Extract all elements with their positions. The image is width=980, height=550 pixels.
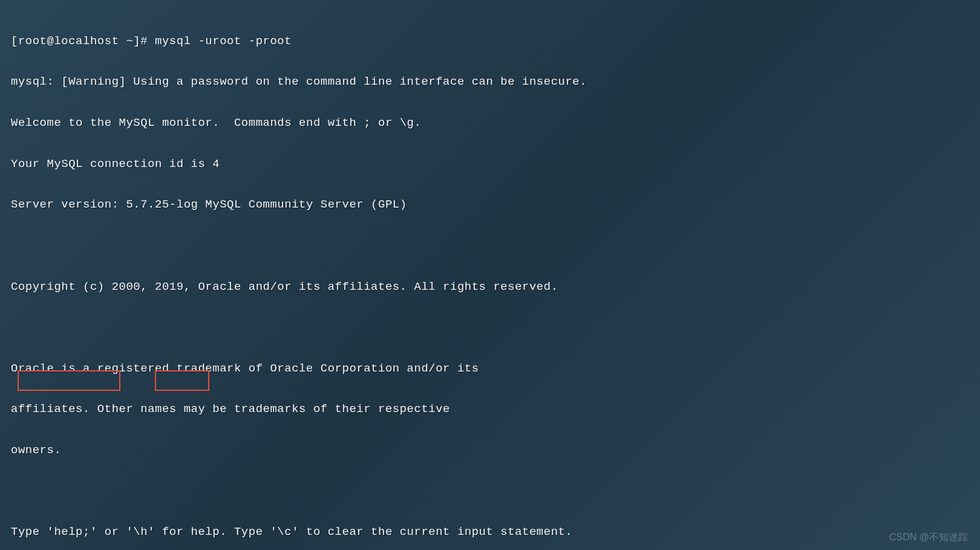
watermark-text: CSDN @不知迷踪 bbox=[889, 531, 968, 544]
help-text: Type 'help;' or '\h' for help. Type '\c'… bbox=[11, 522, 969, 543]
blank-line bbox=[11, 482, 969, 502]
mysql-warning: mysql: [Warning] Using a password on the… bbox=[11, 72, 969, 93]
copyright-text: Copyright (c) 2000, 2019, Oracle and/or … bbox=[11, 277, 969, 298]
server-version: Server version: 5.7.25-log MySQL Communi… bbox=[11, 195, 969, 215]
blank-line bbox=[11, 236, 969, 257]
shell-prompt-line: [root@localhost ~]# mysql -uroot -proot bbox=[11, 31, 969, 52]
terminal-output: [root@localhost ~]# mysql -uroot -proot … bbox=[11, 11, 969, 550]
connection-id: Your MySQL connection id is 4 bbox=[11, 154, 969, 175]
blank-line bbox=[11, 318, 969, 338]
trademark-text-3: owners. bbox=[11, 440, 969, 461]
welcome-text: Welcome to the MySQL monitor. Commands e… bbox=[11, 113, 969, 134]
trademark-text-2: affiliates. Other names may be trademark… bbox=[11, 399, 969, 420]
trademark-text-1: Oracle is a registered trademark of Orac… bbox=[11, 359, 969, 379]
